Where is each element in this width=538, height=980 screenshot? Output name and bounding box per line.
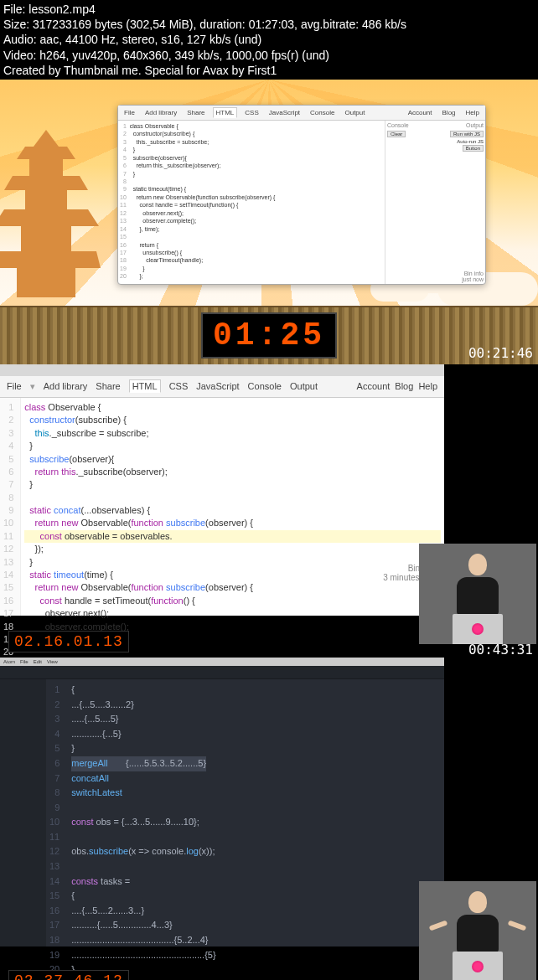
- small-clock-3: 02.37.46.12: [8, 970, 129, 980]
- console-output-panel: Console Output Clear Run with JS Auto-ru…: [385, 121, 485, 284]
- file-menu[interactable]: File: [20, 659, 28, 664]
- jsbin-toolbar: File Add library Share HTML CSS JavaScri…: [118, 106, 485, 121]
- dark-editor: Atom File Edit View 12345678910111213141…: [0, 658, 444, 946]
- code-content-3[interactable]: { ...{...5....3......2} .....{...5....5}…: [68, 679, 219, 946]
- demo-button[interactable]: Button: [463, 145, 484, 152]
- output-header: Output: [466, 122, 484, 128]
- blog-link[interactable]: Blog: [440, 108, 458, 117]
- timestamp-2: 00:43:31: [468, 642, 533, 658]
- code-panel[interactable]: 1234567891011121314151617181920 class Ob…: [118, 121, 385, 284]
- line-gutter: 1234567891011121314151617181920: [120, 122, 130, 282]
- help-link[interactable]: Help: [463, 108, 482, 117]
- line-gutter-3: 1234567891011121314151617181920: [46, 679, 68, 946]
- presenter-arms: [419, 923, 536, 940]
- file-tree[interactable]: [0, 679, 46, 946]
- addlib-menu[interactable]: Add library: [44, 381, 88, 391]
- console-tab[interactable]: Console: [248, 381, 282, 391]
- timestamp-1: 00:21:46: [468, 345, 533, 361]
- help-link[interactable]: Help: [418, 381, 437, 391]
- clear-button[interactable]: Clear: [387, 131, 406, 137]
- presenter-body: [457, 577, 499, 615]
- size-line: Size: 317233169 bytes (302,54 MiB), dura…: [3, 17, 535, 32]
- file-menu[interactable]: File: [7, 381, 22, 391]
- css-tab[interactable]: CSS: [169, 381, 189, 391]
- file-line: File: lesson2.mp4: [3, 2, 535, 17]
- pagoda-silhouette: [0, 130, 101, 297]
- edit-menu[interactable]: Edit: [34, 659, 42, 664]
- console-header: Console: [387, 122, 409, 128]
- output-tab[interactable]: Output: [342, 108, 367, 117]
- small-clock-2: 02.16.01.13: [8, 631, 129, 652]
- thumbnail-3: Atom File Edit View 12345678910111213141…: [0, 658, 538, 980]
- code-content-2[interactable]: class Observable { constructor(subscribe…: [21, 398, 444, 616]
- digital-clock: 01:25: [201, 312, 337, 358]
- line-gutter-2: 1234567891011121314151617181920212223: [0, 398, 21, 616]
- presenter-laptop: [453, 952, 503, 980]
- view-menu[interactable]: View: [47, 659, 58, 664]
- account-link[interactable]: Account: [406, 108, 435, 117]
- js-tab[interactable]: JavaScript: [196, 381, 239, 391]
- blog-link[interactable]: Blog: [395, 381, 413, 391]
- jsbin-window-2: File ▾ Add library Share HTML CSS JavaSc…: [0, 364, 444, 616]
- presenter-video: [419, 544, 536, 644]
- jsbin-toolbar-2: File ▾ Add library Share HTML CSS JavaSc…: [0, 376, 444, 398]
- creator-line: Created by Thumbnail me. Special for Ava…: [3, 63, 535, 78]
- editor-menubar: Atom File Edit View: [0, 658, 444, 666]
- thumbnail-1: File Add library Share HTML CSS JavaScri…: [0, 80, 538, 364]
- presenter-head: [468, 554, 487, 575]
- output-tab[interactable]: Output: [290, 381, 318, 391]
- share-menu[interactable]: Share: [184, 108, 207, 117]
- presenter-head: [468, 891, 487, 913]
- console-tab[interactable]: Console: [308, 108, 337, 117]
- presenter-laptop: [453, 614, 503, 644]
- jsbin-window-1: File Add library Share HTML CSS JavaScri…: [117, 105, 486, 285]
- audio-line: Audio: aac, 44100 Hz, stereo, s16, 127 k…: [3, 32, 535, 47]
- html-tab[interactable]: HTML: [213, 107, 238, 118]
- file-menu[interactable]: File: [122, 108, 137, 117]
- css-tab[interactable]: CSS: [242, 108, 261, 117]
- share-menu[interactable]: Share: [96, 381, 120, 391]
- addlib-menu[interactable]: Add library: [142, 108, 179, 117]
- code-content: class Observable { constructor(subscribe…: [130, 122, 276, 282]
- bin-info[interactable]: Bin info just now: [462, 271, 484, 282]
- html-tab[interactable]: HTML: [129, 379, 161, 393]
- editor-tabs: [0, 666, 444, 679]
- js-tab[interactable]: JavaScript: [266, 108, 303, 117]
- atom-menu[interactable]: Atom: [3, 659, 15, 664]
- video-line: Video: h264, yuv420p, 640x360, 349 kb/s,…: [3, 48, 535, 63]
- presenter-video-3: [419, 881, 536, 980]
- account-link[interactable]: Account: [357, 381, 391, 391]
- thumbnail-2: File ▾ Add library Share HTML CSS JavaSc…: [0, 364, 538, 658]
- browser-tabs: [0, 364, 444, 376]
- file-info-header: File: lesson2.mp4 Size: 317233169 bytes …: [0, 0, 538, 80]
- timer-bar: 01:25: [0, 306, 538, 364]
- runjs-button[interactable]: Run with JS: [450, 131, 484, 137]
